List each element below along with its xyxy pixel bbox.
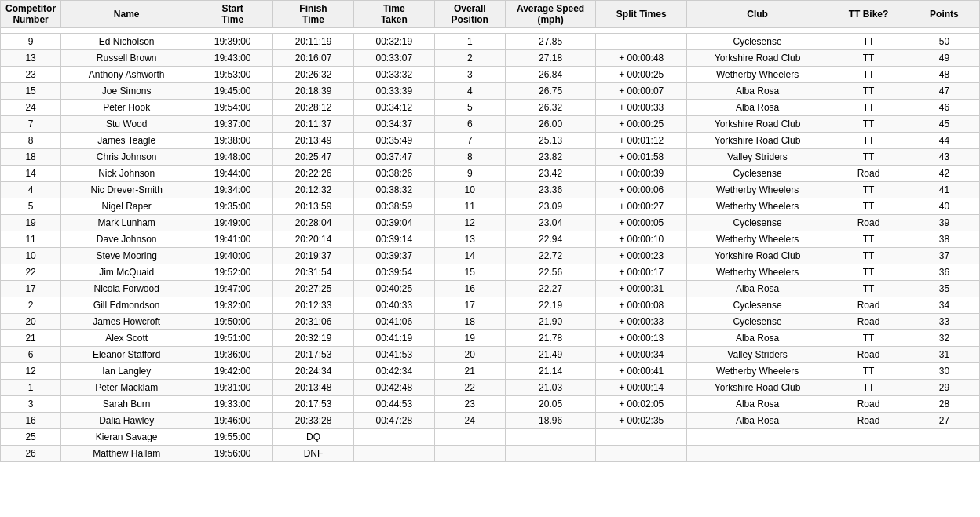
table-row: 1Peter Macklam19:31:0020:13:4800:42:4822… (1, 380, 980, 396)
cell-name: Dalia Hawley (61, 413, 192, 429)
cell-speed: 23.82 (505, 149, 596, 166)
cell-taken: 00:38:32 (353, 182, 434, 198)
cell-taken: 00:34:12 (353, 100, 434, 116)
cell-club: Wetherby Wheelers (687, 67, 828, 83)
cell-name: Eleanor Stafford (61, 347, 192, 363)
cell-club: Cyclesense (687, 34, 828, 50)
cell-speed: 23.09 (505, 198, 596, 215)
cell-overall: 10 (434, 182, 505, 198)
cell-name: Alex Scott (61, 330, 192, 347)
cell-start: 19:33:00 (192, 396, 273, 413)
cell-finish: 20:18:39 (273, 83, 354, 100)
cell-overall: 9 (434, 166, 505, 182)
cell-speed: 20.05 (505, 396, 596, 413)
cell-points: 35 (909, 281, 979, 297)
cell-split: + 00:01:58 (596, 149, 687, 166)
cell-ttbike: TT (828, 67, 909, 83)
cell-finish: 20:11:19 (273, 34, 354, 50)
cell-speed (505, 429, 596, 446)
cell-taken: 00:41:06 (353, 314, 434, 330)
table-row: 22Jim McQuaid19:52:0020:31:5400:39:54152… (1, 264, 980, 281)
cell-name: Nicola Forwood (61, 281, 192, 297)
cell-finish: 20:25:47 (273, 149, 354, 166)
table-row: 23Anthony Ashworth19:53:0020:26:3200:33:… (1, 67, 980, 83)
table-row: 10Steve Mooring19:40:0020:19:3700:39:371… (1, 248, 980, 264)
cell-club: Valley Striders (687, 149, 828, 166)
cell-start: 19:47:00 (192, 281, 273, 297)
cell-overall: 23 (434, 396, 505, 413)
table-row: 12Ian Langley19:42:0020:24:3400:42:34212… (1, 363, 980, 380)
table-row: 11Dave Johnson19:41:0020:20:1400:39:1413… (1, 231, 980, 248)
cell-num: 6 (1, 347, 61, 363)
cell-overall (434, 446, 505, 462)
cell-points: 50 (909, 34, 979, 50)
cell-name: Stu Wood (61, 116, 192, 133)
cell-overall: 13 (434, 231, 505, 248)
cell-num: 14 (1, 166, 61, 182)
cell-name: Chris Johnson (61, 149, 192, 166)
cell-club: Alba Rosa (687, 396, 828, 413)
cell-split: + 00:00:33 (596, 314, 687, 330)
cell-start: 19:51:00 (192, 330, 273, 347)
cell-points: 33 (909, 314, 979, 330)
header-points: Points (909, 1, 979, 28)
table-row: 8James Teagle19:38:0020:13:4900:35:49725… (1, 133, 980, 149)
cell-split: + 00:00:31 (596, 281, 687, 297)
cell-speed: 27.18 (505, 50, 596, 67)
cell-club: Cyclesense (687, 297, 828, 314)
cell-club: Yorkshire Road Club (687, 380, 828, 396)
cell-start: 19:43:00 (192, 50, 273, 67)
cell-taken: 00:40:33 (353, 297, 434, 314)
cell-points: 37 (909, 248, 979, 264)
cell-club (687, 429, 828, 446)
cell-club: Cyclesense (687, 314, 828, 330)
cell-club: Wetherby Wheelers (687, 264, 828, 281)
cell-num: 8 (1, 133, 61, 149)
cell-split: + 00:00:07 (596, 83, 687, 100)
cell-finish: 20:33:28 (273, 413, 354, 429)
cell-club: Yorkshire Road Club (687, 133, 828, 149)
cell-speed: 21.90 (505, 314, 596, 330)
cell-split: + 00:02:35 (596, 413, 687, 429)
header-time-taken: TimeTaken (353, 1, 434, 28)
cell-taken: 00:38:59 (353, 198, 434, 215)
cell-name: Kieran Savage (61, 429, 192, 446)
cell-finish: 20:17:53 (273, 347, 354, 363)
table-row: 16Dalia Hawley19:46:0020:33:2800:47:2824… (1, 413, 980, 429)
table-row: 24Peter Hook19:54:0020:28:1200:34:12526.… (1, 100, 980, 116)
cell-num: 5 (1, 198, 61, 215)
cell-num: 17 (1, 281, 61, 297)
cell-points: 27 (909, 413, 979, 429)
cell-name: Dave Johnson (61, 231, 192, 248)
cell-name: Steve Mooring (61, 248, 192, 264)
cell-ttbike: Road (828, 314, 909, 330)
cell-club: Alba Rosa (687, 413, 828, 429)
cell-num: 25 (1, 429, 61, 446)
cell-points: 41 (909, 182, 979, 198)
cell-split: + 00:00:33 (596, 100, 687, 116)
cell-taken: 00:39:14 (353, 231, 434, 248)
cell-name: Ed Nicholson (61, 34, 192, 50)
cell-finish: 20:22:26 (273, 166, 354, 182)
cell-split: + 00:00:23 (596, 248, 687, 264)
cell-finish: 20:19:37 (273, 248, 354, 264)
cell-taken: 00:42:34 (353, 363, 434, 380)
cell-overall: 20 (434, 347, 505, 363)
cell-name: Jim McQuaid (61, 264, 192, 281)
cell-start: 19:35:00 (192, 198, 273, 215)
cell-speed: 25.13 (505, 133, 596, 149)
cell-name: Nick Johnson (61, 166, 192, 182)
cell-ttbike: TT (828, 133, 909, 149)
cell-taken: 00:34:37 (353, 116, 434, 133)
cell-name: James Teagle (61, 133, 192, 149)
cell-finish: DQ (273, 429, 354, 446)
cell-split: + 00:00:17 (596, 264, 687, 281)
cell-num: 19 (1, 215, 61, 231)
cell-ttbike: TT (828, 149, 909, 166)
cell-speed: 22.72 (505, 248, 596, 264)
cell-speed: 21.49 (505, 347, 596, 363)
cell-speed: 22.94 (505, 231, 596, 248)
cell-taken (353, 446, 434, 462)
cell-split: + 00:02:05 (596, 396, 687, 413)
cell-start: 19:31:00 (192, 380, 273, 396)
